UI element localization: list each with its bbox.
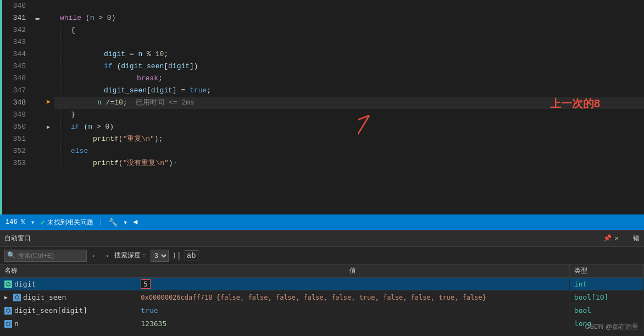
value-cell-digit-seen-idx: true	[136, 304, 570, 317]
line-num-350: 350	[2, 121, 28, 133]
fold-cell-350	[32, 121, 42, 133]
debug-table-body: ⬡ digit 5 int	[0, 278, 644, 331]
keyword-while: while	[60, 12, 81, 24]
fold-cell-341[interactable]: ▬	[32, 12, 42, 24]
value-highlight-digit: 5	[141, 279, 151, 289]
app-window: 340 341 342 343 344 345 346 347 348 349 …	[0, 0, 644, 336]
bp-351	[42, 133, 54, 145]
line-num-347: 347	[2, 85, 28, 97]
watermark: CSDN @都在酒里	[585, 322, 639, 332]
var-icon-n: ⬡	[4, 320, 12, 328]
code-line-351: printf ( "重复\n" );	[60, 133, 644, 145]
line-num-346: 346	[2, 73, 28, 85]
bp-349	[42, 109, 54, 121]
bp-350: ▶	[42, 121, 54, 133]
nav-forward-button[interactable]: →	[101, 251, 111, 260]
code-line-345: if ( digit_seen [ digit ])	[60, 60, 644, 73]
line-num-340: 340	[2, 0, 28, 12]
line-num-345: 345	[2, 60, 28, 73]
toolbar-icon-1[interactable]: ⟩|	[172, 251, 181, 260]
debug-table-container: 名称 值 类型 ⬡ digit	[0, 265, 644, 336]
table-row[interactable]: ⬡ digit 5 int	[0, 278, 644, 291]
debug-panel-controls: 📌 ✕ 错	[603, 234, 640, 243]
fold-cell-340	[32, 0, 42, 12]
value-cell-n: 123635	[136, 317, 570, 331]
name-cell-digit-seen: ▶ ⬡ digit_seen	[0, 291, 136, 304]
fold-cell-345	[32, 60, 42, 73]
tools-icon[interactable]: 🔧	[108, 218, 118, 227]
col-name: 名称	[0, 265, 136, 278]
code-line-343	[60, 36, 644, 48]
fold-cell-352	[32, 145, 42, 157]
fold-cell-353	[32, 157, 42, 169]
line-num-342: 342	[2, 24, 28, 36]
line-num-352: 352	[2, 145, 28, 157]
expand-icon-digit-seen[interactable]: ▶	[4, 294, 11, 300]
var-icon-digit: ⬡	[4, 280, 12, 288]
search-box[interactable]: 🔍	[4, 250, 87, 262]
bp-344	[42, 48, 54, 60]
col-type: 类型	[569, 265, 643, 278]
nav-left-icon[interactable]: ◄	[133, 218, 137, 227]
table-row[interactable]: ▶ ⬡ digit_seen 0x00000026cdaff718 {false…	[0, 291, 644, 304]
play-icon-350: ▶	[47, 124, 50, 130]
fold-cell-346	[32, 73, 42, 85]
bp-346	[42, 73, 54, 85]
status-separator-1: ▾	[31, 218, 35, 227]
depth-select[interactable]: 3 1 2 4 5	[151, 250, 169, 262]
code-line-346: break ;	[60, 73, 644, 85]
code-line-352: else	[60, 145, 644, 157]
search-input[interactable]	[18, 252, 84, 260]
code-line-344: digit = n % 10 ;	[60, 48, 644, 60]
line-num-341: 341	[2, 12, 28, 24]
close-icon[interactable]: ✕	[615, 234, 619, 243]
col-value: 值	[136, 265, 570, 278]
nav-back-button[interactable]: ←	[90, 251, 100, 260]
toolbar-icon-2[interactable]: ab	[185, 250, 198, 261]
value-cell-digit: 5	[136, 278, 570, 291]
breakpoint-column: ➤ ▶	[42, 0, 54, 214]
table-header-row: 名称 值 类型	[0, 265, 644, 278]
debug-toolbar: 🔍 ← → 搜索深度： 3 1 2 4 5 ⟩| ab	[0, 247, 644, 265]
var-icon-digit-seen-idx: ⬡	[4, 307, 12, 315]
fold-column: ▬	[32, 0, 42, 214]
status-bar: 146 % ▾ ✔ 未找到相关问题 | 🔧 ▾ ◄	[0, 214, 644, 230]
code-line-348: n /= 10 ; 已用时间 <= 2ms	[54, 97, 644, 109]
type-cell-digit: int	[569, 278, 643, 291]
search-icon: 🔍	[7, 251, 15, 260]
line-num-344: 344	[2, 48, 28, 60]
status-separator-2: |	[99, 218, 103, 226]
current-line-arrow: ➤	[46, 98, 51, 107]
bp-342	[42, 24, 54, 36]
fold-cell-348	[32, 97, 42, 109]
name-cell-digit-seen-idx: ⬡ digit_seen[digit]	[0, 304, 136, 317]
fold-cell-347	[32, 85, 42, 97]
status-dropdown[interactable]: ▾	[123, 218, 127, 227]
error-label: 错	[633, 234, 640, 243]
fold-cell-343	[32, 36, 42, 48]
bp-352	[42, 145, 54, 157]
debug-panel-header: 自动窗口 📌 ✕ 错	[0, 230, 644, 247]
line-num-343: 343	[2, 36, 28, 48]
zoom-level[interactable]: 146 %	[5, 218, 25, 226]
code-container: 340 341 342 343 344 345 346 347 348 349 …	[0, 0, 644, 214]
debug-table: 名称 值 类型 ⬡ digit	[0, 265, 644, 331]
live-share-icon: ✔ 未找到相关问题	[40, 218, 93, 227]
line-num-349: 349	[2, 109, 28, 121]
depth-label: 搜索深度：	[114, 251, 147, 260]
debug-panel: 自动窗口 📌 ✕ 错 🔍 ← → 搜索深度： 3 1 2 4	[0, 230, 644, 336]
bp-343	[42, 36, 54, 48]
line-num-353: 353	[2, 157, 28, 169]
code-line-341: while ( n > 0 )	[60, 12, 644, 24]
code-editor: 340 341 342 343 344 345 346 347 348 349 …	[0, 0, 644, 214]
pin-icon[interactable]: 📌	[603, 234, 612, 243]
line-numbers: 340 341 342 343 344 345 346 347 348 349 …	[2, 0, 32, 214]
value-cell-digit-seen: 0x00000026cdaff718 {false, false, false,…	[136, 291, 570, 304]
toolbar-nav: ← →	[90, 251, 111, 260]
name-cell-n: ⬡ n	[0, 317, 136, 331]
code-line-347: digit_seen [ digit ] = true ;	[60, 85, 644, 97]
fold-cell-349	[32, 109, 42, 121]
table-row[interactable]: ⬡ digit_seen[digit] true bool	[0, 304, 644, 317]
code-line-350: if ( n > 0 )	[60, 121, 644, 133]
table-row[interactable]: ⬡ n 123635 long	[0, 317, 644, 331]
